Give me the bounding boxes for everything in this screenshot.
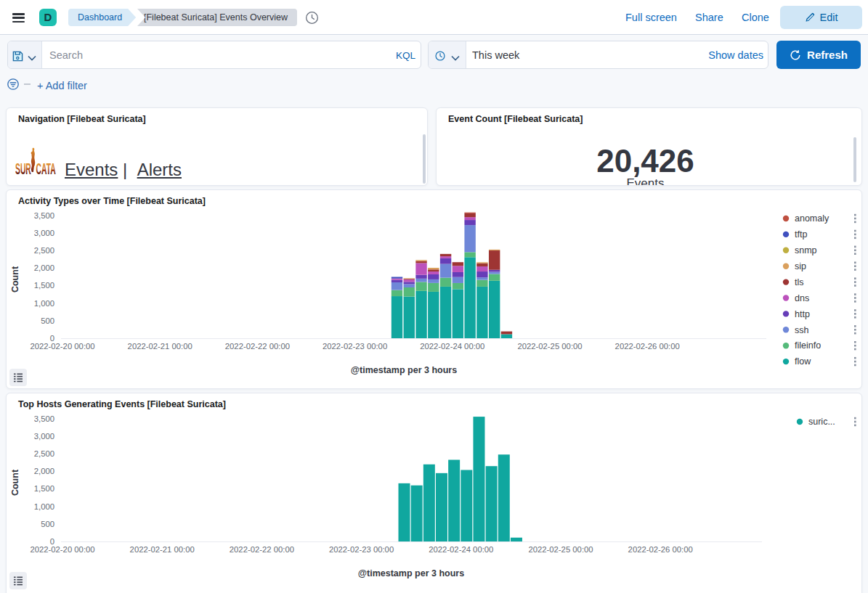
svg-text:2022-02-24 00:00: 2022-02-24 00:00: [420, 342, 484, 351]
svg-text:500: 500: [41, 520, 54, 528]
svg-text:@timestamp per 3 hours: @timestamp per 3 hours: [351, 365, 457, 375]
svg-text:CATA: CATA: [36, 160, 56, 178]
svg-text:3,500: 3,500: [34, 211, 54, 220]
svg-text:flow: flow: [795, 356, 811, 367]
svg-text:2022-02-23 00:00: 2022-02-23 00:00: [323, 342, 387, 351]
svg-text:1,500: 1,500: [34, 281, 54, 290]
svg-text:2,500: 2,500: [34, 246, 54, 255]
svg-text:2022-02-22 00:00: 2022-02-22 00:00: [225, 342, 290, 351]
svg-text:3,000: 3,000: [34, 432, 54, 441]
svg-text:2022-02-25 00:00: 2022-02-25 00:00: [528, 545, 593, 554]
svg-text:0: 0: [50, 334, 54, 343]
svg-text:1,000: 1,000: [34, 299, 54, 308]
svg-text:2022-02-23 00:00: 2022-02-23 00:00: [329, 545, 394, 554]
svg-text:snmp: snmp: [795, 245, 817, 255]
svg-text:fileinfo: fileinfo: [795, 340, 821, 351]
svg-text:2,500: 2,500: [34, 449, 54, 458]
svg-text:3,500: 3,500: [34, 414, 54, 423]
svg-text:Count: Count: [10, 469, 20, 496]
svg-text:2022-02-20 00:00: 2022-02-20 00:00: [30, 545, 94, 554]
svg-text:1,500: 1,500: [34, 484, 54, 493]
svg-text:tftp: tftp: [795, 229, 807, 240]
svg-text:@timestamp per 3 hours: @timestamp per 3 hours: [358, 568, 464, 578]
svg-text:2022-02-24 00:00: 2022-02-24 00:00: [429, 545, 493, 554]
svg-text:2022-02-21 00:00: 2022-02-21 00:00: [130, 545, 195, 554]
svg-text:2,000: 2,000: [34, 263, 54, 272]
svg-text:3,000: 3,000: [34, 229, 54, 237]
svg-text:sip: sip: [795, 261, 806, 271]
svg-text:1,000: 1,000: [34, 502, 54, 511]
svg-text:2022-02-26 00:00: 2022-02-26 00:00: [628, 545, 693, 554]
svg-text:dns: dns: [795, 293, 809, 303]
svg-text:tls: tls: [795, 277, 804, 287]
svg-text:suric...: suric...: [808, 417, 835, 427]
svg-text:2022-02-20 00:00: 2022-02-20 00:00: [30, 342, 94, 351]
svg-text:SUR: SUR: [15, 160, 31, 178]
svg-text:ssh: ssh: [795, 325, 809, 335]
svg-text:0: 0: [50, 537, 54, 546]
svg-text:2022-02-25 00:00: 2022-02-25 00:00: [517, 342, 582, 351]
svg-text:2022-02-26 00:00: 2022-02-26 00:00: [615, 342, 680, 351]
svg-text:Count: Count: [10, 266, 20, 293]
svg-text:anomaly: anomaly: [795, 213, 830, 224]
svg-text:2022-02-21 00:00: 2022-02-21 00:00: [128, 342, 192, 351]
svg-text:2,000: 2,000: [34, 467, 54, 475]
svg-text:http: http: [795, 309, 810, 319]
svg-text:500: 500: [41, 316, 54, 325]
svg-text:2022-02-22 00:00: 2022-02-22 00:00: [230, 545, 294, 554]
